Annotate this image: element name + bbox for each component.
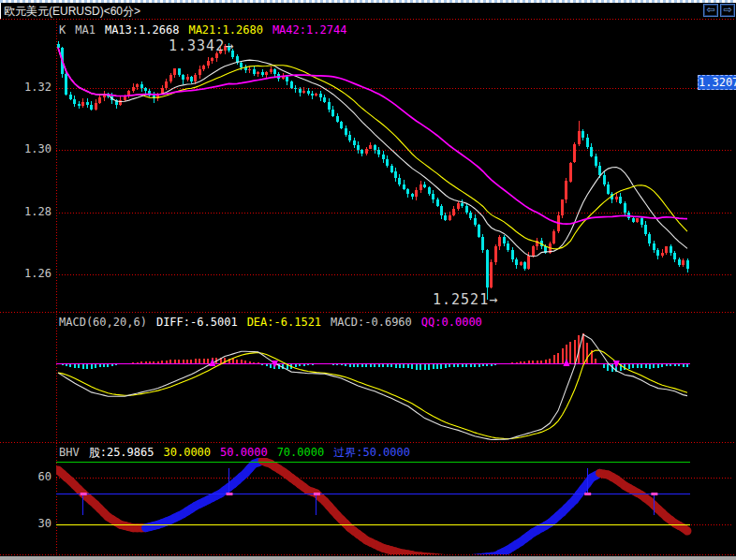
legend-qq: QQ:0.0000	[421, 317, 482, 329]
bottom-edge-strip	[0, 556, 736, 560]
price-axis-label: 1.26	[0, 268, 52, 280]
legend-bhv-30: 30.0000	[163, 447, 211, 459]
price-axis-label: 1.30	[0, 143, 52, 155]
annotation-arrow-icon: →	[489, 291, 498, 308]
legend-bhv-main: 股:25.9865	[89, 447, 155, 459]
bhv-legend: BHV 股:25.9865 30.0000 50.0000 70.0000 过界…	[59, 447, 410, 459]
legend-macd-name: MACD(60,20,6)	[59, 317, 147, 329]
chart-plot[interactable]	[0, 0, 736, 560]
legend-ma21: MA21:1.2680	[188, 24, 262, 37]
bhv-axis-label: 30	[0, 518, 52, 530]
price-tag: 1.3207	[698, 75, 736, 90]
chart-window: 欧元美元(EURUSD)<60分> ⇦ ⇨ 1.32 1.30 1.28 1.2…	[0, 0, 736, 560]
legend-bhv-50: 50.0000	[220, 447, 268, 459]
price-axis-label: 1.28	[0, 206, 52, 218]
legend-bhv-70: 70.0000	[277, 447, 325, 459]
legend-ma42: MA42:1.2744	[272, 24, 346, 37]
annotation-arrow-icon: →	[225, 37, 234, 54]
legend-ma13: MA13:1.2668	[105, 24, 179, 37]
legend-dea: DEA:-6.1521	[247, 317, 321, 329]
price-axis-label: 1.32	[0, 81, 52, 94]
legend-diff: DIFF:-6.5001	[156, 317, 238, 329]
legend-bhv-name: BHV	[59, 447, 80, 459]
legend-ma1: MA1	[75, 24, 96, 37]
bhv-axis-label: 60	[0, 471, 52, 483]
legend-bhv-cross: 过界:50.0000	[333, 447, 410, 459]
legend-macd-value: MACD:-0.6960	[331, 317, 412, 329]
legend-k: K	[59, 24, 66, 37]
low-annotation: 1.2521→	[433, 291, 498, 308]
high-annotation: 1.3342→	[169, 37, 234, 54]
price-legend: K MA1 MA13:1.2668 MA21:1.2680 MA42:1.274…	[59, 24, 346, 37]
macd-legend: MACD(60,20,6) DIFF:-6.5001 DEA:-6.1521 M…	[59, 317, 482, 329]
